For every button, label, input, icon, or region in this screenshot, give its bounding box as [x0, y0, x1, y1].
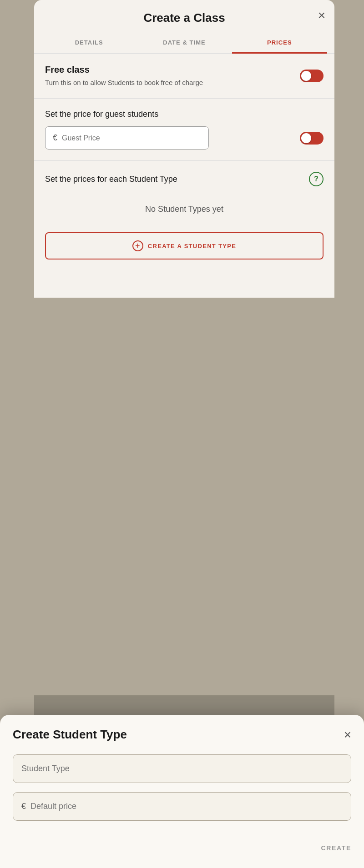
free-class-section: Free class Turn this on to allow Student… — [34, 54, 334, 99]
modal-title: Create a Class — [143, 11, 225, 25]
tab-prices[interactable]: PRICES — [232, 33, 327, 54]
tab-details[interactable]: DETAILS — [41, 33, 136, 54]
euro-symbol: € — [53, 133, 57, 143]
create-student-type-button[interactable]: + CREATE A STUDENT TYPE — [45, 232, 324, 259]
default-price-input-wrapper: € — [13, 792, 351, 821]
free-class-label: Free class — [45, 65, 203, 75]
student-types-label: Set the prices for each Student Type — [45, 175, 177, 184]
close-modal-icon[interactable]: × — [318, 9, 325, 22]
create-student-type-sheet: Create Student Type × € CREATE — [0, 715, 364, 868]
student-types-header: Set the prices for each Student Type ? — [45, 172, 324, 186]
no-student-types-message: No Student Types yet — [45, 205, 324, 214]
guest-price-section: Set the price for guest students € — [34, 99, 334, 161]
student-type-input-wrapper — [13, 754, 351, 783]
guest-price-input[interactable] — [62, 134, 201, 142]
create-student-type-label: CREATE A STUDENT TYPE — [148, 243, 236, 249]
create-class-modal: Create a Class × DETAILS DATE & TIME PRI… — [34, 0, 334, 298]
create-button[interactable]: CREATE — [321, 841, 351, 855]
sheet-title: Create Student Type — [13, 728, 127, 742]
free-class-toggle[interactable] — [300, 70, 324, 82]
sheet-euro-symbol: € — [21, 802, 26, 811]
guest-price-label: Set the price for guest students — [45, 110, 324, 119]
tab-datetime[interactable]: DATE & TIME — [136, 33, 232, 54]
sheet-header: Create Student Type × — [13, 728, 351, 742]
guest-price-input-wrapper: € — [45, 126, 209, 150]
default-price-input[interactable] — [30, 802, 343, 811]
student-types-section: Set the prices for each Student Type ? N… — [34, 161, 334, 270]
guest-price-toggle[interactable] — [300, 132, 324, 145]
free-class-description: Turn this on to allow Students to book f… — [45, 78, 203, 87]
free-class-text: Free class Turn this on to allow Student… — [45, 65, 203, 87]
sheet-footer: CREATE — [13, 830, 351, 868]
modal-header: Create a Class × — [34, 0, 334, 32]
help-icon[interactable]: ? — [309, 172, 324, 186]
close-sheet-icon[interactable]: × — [344, 728, 351, 741]
student-type-input[interactable] — [21, 764, 343, 773]
tabs-container: DETAILS DATE & TIME PRICES — [34, 32, 334, 54]
plus-circle-icon: + — [132, 240, 143, 251]
